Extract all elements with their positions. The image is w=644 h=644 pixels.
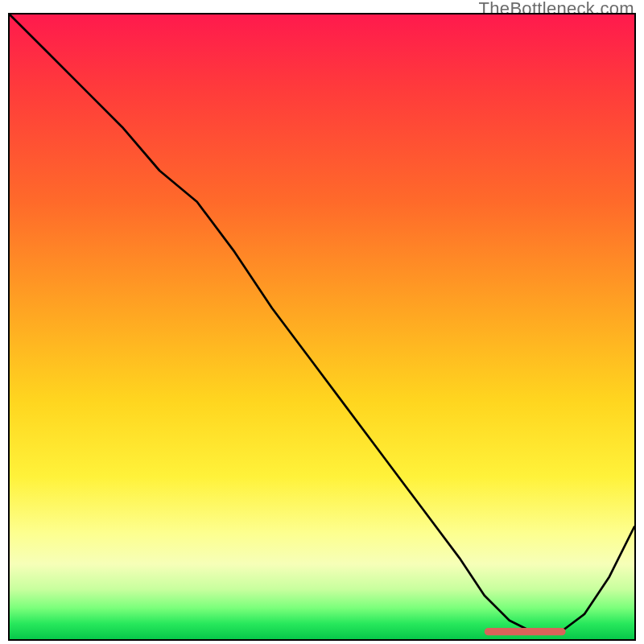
- chart-curve: [10, 14, 634, 633]
- chart-frame: [8, 13, 636, 641]
- chart-overlay: [10, 14, 634, 639]
- chart-marker-band: [485, 628, 566, 635]
